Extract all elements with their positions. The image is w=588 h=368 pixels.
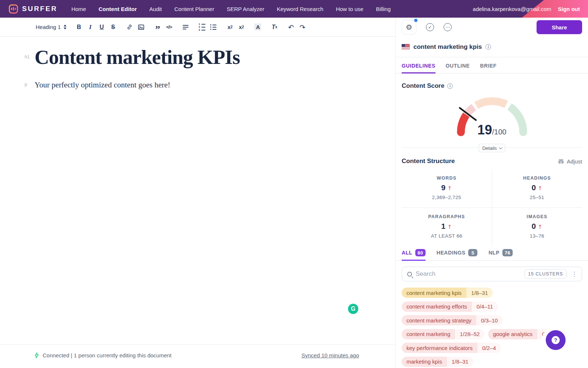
underline-button[interactable]: U — [97, 22, 107, 32]
chevron-updown-icon — [64, 25, 67, 29]
terms-tab-all[interactable]: ALL 80 — [402, 249, 426, 261]
kebab-menu-icon[interactable]: ⋮ — [570, 270, 578, 278]
keyword-chip[interactable]: content marketing kpis1/8–31 — [402, 288, 493, 298]
up-arrow-icon: ↑ — [538, 224, 542, 230]
nav-item-content-planner[interactable]: Content Planner — [175, 6, 214, 12]
keyword-chip[interactable]: marketing kpis1/8–31 — [402, 357, 473, 367]
content-score-section: Content Score i 19/100 — [396, 82, 588, 148]
nav-item-audit[interactable]: Audit — [149, 6, 162, 12]
link-icon — [126, 24, 133, 30]
share-button[interactable]: Share — [537, 20, 582, 34]
strikethrough-button[interactable]: S — [108, 22, 118, 32]
ordered-list-button[interactable]: 123 — [197, 22, 207, 32]
stat-words: WORDS 9↑ 2,369–2,725 — [402, 169, 492, 208]
editor-column: Heading 1 B I U S ” </> — [0, 18, 396, 368]
settings-button[interactable]: ⚙ — [402, 20, 416, 35]
stat-paragraphs: PARAGRAPHS 1↑ AT LEAST 66 — [402, 208, 492, 246]
structure-stats-grid: WORDS 9↑ 2,369–2,725 HEADINGS 0↑ 25–51 P… — [402, 169, 582, 246]
nav-item-serp-analyzer[interactable]: SERP Analyzer — [227, 6, 264, 12]
block-format-select[interactable]: Heading 1 — [36, 24, 67, 30]
terms-search-bar: 15 CLUSTERS ⋮ — [402, 267, 582, 281]
synced-link[interactable]: Synced 10 minutes ago — [301, 352, 359, 358]
clear-formatting-button[interactable]: Tx — [269, 22, 279, 32]
content-structure-section: Content Structure Adjust WORDS 9↑ 2,369–… — [396, 158, 588, 246]
nav-item-billing[interactable]: Billing — [376, 6, 391, 12]
ellipsis-icon: ⋯ — [445, 25, 450, 30]
score-info-icon[interactable]: i — [447, 83, 453, 89]
keyword-chip[interactable]: content marketing strategy0/3–10 — [402, 315, 503, 325]
terms-count-badge: 76 — [502, 249, 513, 256]
nav-item-keyword-research[interactable]: Keyword Research — [277, 6, 323, 12]
editor-toolbar: Heading 1 B I U S ” </> — [0, 18, 395, 37]
keyword-chip[interactable]: content marketing efforts0/4–11 — [402, 302, 498, 312]
subscript-button[interactable]: x2 — [225, 22, 235, 32]
keyword-chip[interactable]: key performance indicators0/2–4 — [402, 343, 501, 353]
connection-bolt-icon — [35, 352, 39, 358]
terms-count-badge: 80 — [415, 249, 426, 256]
terms-count-badge: 5 — [468, 249, 477, 256]
highlight-button[interactable]: A — [253, 22, 263, 32]
superscript-button[interactable]: x2 — [236, 22, 246, 32]
terms-tab-nlp[interactable]: NLP 76 — [488, 249, 512, 261]
terms-tab-headings[interactable]: HEADINGS 5 — [437, 249, 478, 261]
keyword-header: content marketing kpis i — [396, 37, 588, 57]
up-arrow-icon: ↑ — [538, 185, 542, 192]
brand[interactable]: SURFER — [9, 4, 57, 14]
up-arrow-icon: ↑ — [447, 185, 452, 192]
document-editor[interactable]: h1 Content marketing KPIs p Your perfect… — [0, 37, 395, 344]
nav-items: Home Content Editor Audit Content Planne… — [71, 6, 391, 12]
content-score-gauge: 19/100 — [453, 93, 531, 138]
editor-statusbar: Connected | 1 person currently editing t… — [0, 344, 395, 368]
nav-item-how-to-use[interactable]: How to use — [336, 6, 363, 12]
panel-header: ⚙ ✓ ⋯ Share — [396, 18, 588, 37]
redo-button[interactable]: ↷ — [297, 22, 307, 32]
score-divider: Details — [402, 148, 582, 148]
keyword-info-icon[interactable]: i — [485, 44, 491, 50]
score-denominator: /100 — [492, 128, 506, 136]
tab-guidelines[interactable]: GUIDELINES — [402, 63, 435, 73]
target-keyword: content marketing kpis — [413, 43, 482, 51]
nav-item-home[interactable]: Home — [71, 6, 86, 12]
code-block-button[interactable]: </> — [164, 22, 174, 32]
adjust-button[interactable]: Adjust — [558, 158, 582, 165]
score-readout: 19/100 — [453, 122, 531, 138]
up-arrow-icon: ↑ — [447, 224, 452, 230]
search-input[interactable] — [416, 270, 521, 278]
content-structure-title: Content Structure — [402, 158, 455, 165]
sign-out-button[interactable]: Sign out — [558, 6, 580, 12]
grammarly-badge[interactable]: G — [348, 304, 358, 314]
blockquote-button[interactable]: ” — [153, 22, 162, 32]
bold-button[interactable]: B — [74, 22, 84, 32]
notification-dot — [414, 19, 417, 22]
tasks-check-button[interactable]: ✓ — [426, 23, 434, 31]
help-button[interactable]: ? — [546, 330, 566, 350]
tab-brief[interactable]: BRIEF — [480, 63, 496, 73]
bullet-list-button[interactable] — [208, 22, 218, 32]
surfer-logo-icon — [9, 4, 18, 14]
clusters-button[interactable]: 15 CLUSTERS — [524, 269, 567, 279]
link-button[interactable] — [125, 22, 135, 32]
align-button[interactable] — [180, 22, 190, 32]
undo-button[interactable]: ↶ — [286, 22, 296, 32]
us-flag-icon — [402, 44, 410, 50]
details-button[interactable]: Details — [478, 144, 505, 152]
gear-icon: ⚙ — [406, 24, 412, 31]
connection-status-text: Connected | 1 person currently editing t… — [43, 352, 172, 358]
italic-button[interactable]: I — [85, 22, 95, 32]
search-icon — [407, 272, 412, 277]
top-nav: SURFER Home Content Editor Audit Content… — [0, 0, 588, 18]
tab-outline[interactable]: OUTLINE — [446, 63, 470, 73]
more-options-button[interactable]: ⋯ — [444, 23, 452, 31]
p-gutter-label: p — [25, 82, 27, 87]
document-paragraph[interactable]: Your perfectly optimized content goes he… — [35, 80, 381, 90]
document-title[interactable]: Content marketing KPIs — [35, 46, 381, 69]
ordered-list-icon: 123 — [198, 23, 205, 31]
bullet-list-icon — [210, 24, 216, 30]
insert-image-button[interactable] — [136, 22, 146, 32]
nav-item-content-editor[interactable]: Content Editor — [98, 6, 137, 12]
guidelines-panel: ⚙ ✓ ⋯ Share content marketing kpis i GUI… — [396, 18, 588, 368]
stat-headings: HEADINGS 0↑ 25–51 — [492, 169, 582, 208]
terms-tabs: ALL 80 HEADINGS 5 NLP 76 — [396, 247, 588, 261]
score-value: 19 — [477, 122, 492, 137]
keyword-chip[interactable]: content marketing1/28–52 — [402, 329, 484, 339]
